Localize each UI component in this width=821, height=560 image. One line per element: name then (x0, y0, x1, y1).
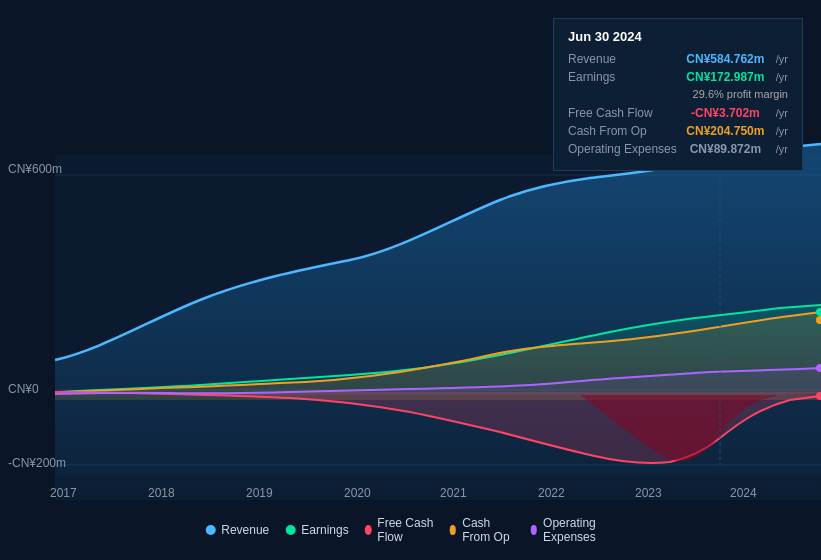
tooltip-unit-cashop: /yr (776, 125, 788, 137)
y-label-0: CN¥0 (8, 382, 39, 396)
x-label-2022: 2022 (538, 486, 565, 500)
tooltip-row-revenue: Revenue CN¥584.762m /yr (568, 52, 788, 66)
legend-item-opex[interactable]: Operating Expenses (530, 516, 615, 544)
legend-label-fcf: Free Cash Flow (377, 516, 433, 544)
x-label-2024: 2024 (730, 486, 757, 500)
legend-item-cashop[interactable]: Cash From Op (450, 516, 515, 544)
x-label-2017: 2017 (50, 486, 77, 500)
tooltip-unit-earnings: /yr (776, 71, 788, 83)
tooltip-label-opex: Operating Expenses (568, 142, 678, 156)
legend-dot-revenue (205, 525, 215, 535)
y-label-neg200m: -CN¥200m (8, 456, 66, 470)
chart-container: CN¥600m CN¥0 -CN¥200m 2017 2018 2019 202… (0, 0, 821, 560)
tooltip-row-opex: Operating Expenses CN¥89.872m /yr (568, 142, 788, 156)
legend-item-revenue[interactable]: Revenue (205, 523, 269, 537)
legend-dot-cashop (450, 525, 457, 535)
tooltip-label-cashop: Cash From Op (568, 124, 678, 138)
x-label-2020: 2020 (344, 486, 371, 500)
legend-label-revenue: Revenue (221, 523, 269, 537)
tooltip-row-profit-margin: 29.6% profit margin (568, 88, 788, 100)
legend-label-opex: Operating Expenses (543, 516, 616, 544)
tooltip-label-earnings: Earnings (568, 70, 678, 84)
tooltip-row-fcf: Free Cash Flow -CN¥3.702m /yr (568, 106, 788, 120)
tooltip-value-opex: CN¥89.872m (690, 142, 761, 156)
x-label-2019: 2019 (246, 486, 273, 500)
legend-dot-opex (530, 525, 537, 535)
tooltip-unit-fcf: /yr (776, 107, 788, 119)
tooltip-label-revenue: Revenue (568, 52, 678, 66)
tooltip-value-fcf: -CN¥3.702m (691, 106, 760, 120)
tooltip-label-fcf: Free Cash Flow (568, 106, 678, 120)
tooltip-value-cashop: CN¥204.750m (686, 124, 764, 138)
legend-dot-earnings (285, 525, 295, 535)
chart-legend: Revenue Earnings Free Cash Flow Cash Fro… (205, 516, 616, 544)
x-label-2023: 2023 (635, 486, 662, 500)
tooltip-box: Jun 30 2024 Revenue CN¥584.762m /yr Earn… (553, 18, 803, 171)
x-label-2021: 2021 (440, 486, 467, 500)
tooltip-date: Jun 30 2024 (568, 29, 788, 44)
legend-label-earnings: Earnings (301, 523, 348, 537)
tooltip-row-cashop: Cash From Op CN¥204.750m /yr (568, 124, 788, 138)
tooltip-row-earnings: Earnings CN¥172.987m /yr (568, 70, 788, 84)
legend-item-fcf[interactable]: Free Cash Flow (365, 516, 434, 544)
legend-dot-fcf (365, 525, 372, 535)
x-label-2018: 2018 (148, 486, 175, 500)
tooltip-value-revenue: CN¥584.762m (686, 52, 764, 66)
tooltip-value-profit-margin: 29.6% profit margin (693, 88, 788, 100)
legend-item-earnings[interactable]: Earnings (285, 523, 348, 537)
legend-label-cashop: Cash From Op (462, 516, 514, 544)
tooltip-unit-opex: /yr (776, 143, 788, 155)
tooltip-value-earnings: CN¥172.987m (686, 70, 764, 84)
y-label-600m: CN¥600m (8, 162, 62, 176)
tooltip-unit-revenue: /yr (776, 53, 788, 65)
